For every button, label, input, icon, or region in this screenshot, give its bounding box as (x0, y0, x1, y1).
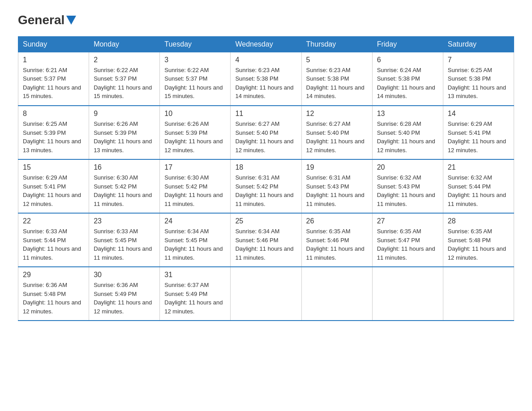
day-info: Sunrise: 6:29 AM Sunset: 5:41 PM Dayligh… (448, 120, 509, 154)
day-info: Sunrise: 6:34 AM Sunset: 5:46 PM Dayligh… (235, 227, 296, 262)
day-number: 13 (377, 110, 438, 118)
day-number: 1 (23, 56, 84, 64)
calendar-cell: 27 Sunrise: 6:35 AM Sunset: 5:47 PM Dayl… (372, 213, 443, 267)
calendar-cell (301, 267, 372, 321)
day-info: Sunrise: 6:37 AM Sunset: 5:49 PM Dayligh… (164, 281, 226, 316)
week-row-2: 8 Sunrise: 6:25 AM Sunset: 5:39 PM Dayli… (18, 106, 514, 159)
day-number: 31 (164, 271, 226, 279)
calendar-cell: 10 Sunrise: 6:26 AM Sunset: 5:39 PM Dayl… (160, 106, 231, 159)
day-info: Sunrise: 6:30 AM Sunset: 5:42 PM Dayligh… (94, 173, 155, 208)
weekday-header-tuesday: Tuesday (160, 36, 231, 52)
day-number: 19 (306, 163, 368, 171)
calendar-cell: 30 Sunrise: 6:36 AM Sunset: 5:49 PM Dayl… (89, 267, 160, 321)
logo-line1: General (18, 13, 76, 27)
calendar-cell: 20 Sunrise: 6:32 AM Sunset: 5:43 PM Dayl… (372, 159, 443, 213)
day-number: 11 (235, 110, 296, 118)
day-info: Sunrise: 6:25 AM Sunset: 5:39 PM Dayligh… (23, 120, 84, 154)
day-number: 24 (164, 217, 226, 225)
day-number: 3 (164, 56, 226, 64)
weekday-header-wednesday: Wednesday (231, 36, 301, 52)
day-number: 25 (235, 217, 296, 225)
day-info: Sunrise: 6:23 AM Sunset: 5:38 PM Dayligh… (235, 66, 296, 101)
calendar-cell: 19 Sunrise: 6:31 AM Sunset: 5:43 PM Dayl… (301, 159, 372, 213)
day-info: Sunrise: 6:24 AM Sunset: 5:38 PM Dayligh… (377, 66, 438, 101)
day-info: Sunrise: 6:36 AM Sunset: 5:49 PM Dayligh… (94, 281, 155, 316)
day-number: 17 (164, 163, 226, 171)
calendar-cell: 16 Sunrise: 6:30 AM Sunset: 5:42 PM Dayl… (89, 159, 160, 213)
svg-marker-0 (66, 16, 76, 25)
calendar-cell: 24 Sunrise: 6:34 AM Sunset: 5:45 PM Dayl… (160, 213, 231, 267)
weekday-header-friday: Friday (372, 36, 443, 52)
day-number: 12 (306, 110, 368, 118)
day-info: Sunrise: 6:29 AM Sunset: 5:41 PM Dayligh… (23, 173, 84, 208)
week-row-5: 29 Sunrise: 6:36 AM Sunset: 5:48 PM Dayl… (18, 267, 514, 321)
calendar-cell: 13 Sunrise: 6:28 AM Sunset: 5:40 PM Dayl… (372, 106, 443, 159)
calendar-cell: 28 Sunrise: 6:35 AM Sunset: 5:48 PM Dayl… (443, 213, 514, 267)
calendar-cell (231, 267, 301, 321)
day-info: Sunrise: 6:22 AM Sunset: 5:37 PM Dayligh… (164, 66, 226, 101)
calendar-table: SundayMondayTuesdayWednesdayThursdayFrid… (18, 36, 514, 321)
day-info: Sunrise: 6:26 AM Sunset: 5:39 PM Dayligh… (164, 120, 226, 154)
calendar-cell: 31 Sunrise: 6:37 AM Sunset: 5:49 PM Dayl… (160, 267, 231, 321)
week-row-4: 22 Sunrise: 6:33 AM Sunset: 5:44 PM Dayl… (18, 213, 514, 267)
day-number: 7 (448, 56, 509, 64)
day-info: Sunrise: 6:32 AM Sunset: 5:44 PM Dayligh… (448, 173, 509, 208)
calendar-cell (372, 267, 443, 321)
calendar-cell: 14 Sunrise: 6:29 AM Sunset: 5:41 PM Dayl… (443, 106, 514, 159)
day-number: 28 (448, 217, 509, 225)
calendar-cell: 18 Sunrise: 6:31 AM Sunset: 5:42 PM Dayl… (231, 159, 301, 213)
calendar-cell: 25 Sunrise: 6:34 AM Sunset: 5:46 PM Dayl… (231, 213, 301, 267)
day-number: 21 (448, 163, 509, 171)
day-number: 9 (94, 110, 155, 118)
day-info: Sunrise: 6:23 AM Sunset: 5:38 PM Dayligh… (306, 66, 368, 101)
calendar-cell: 5 Sunrise: 6:23 AM Sunset: 5:38 PM Dayli… (301, 52, 372, 106)
day-info: Sunrise: 6:33 AM Sunset: 5:45 PM Dayligh… (94, 227, 155, 262)
calendar-cell: 3 Sunrise: 6:22 AM Sunset: 5:37 PM Dayli… (160, 52, 231, 106)
day-info: Sunrise: 6:34 AM Sunset: 5:45 PM Dayligh… (164, 227, 226, 262)
calendar-cell: 6 Sunrise: 6:24 AM Sunset: 5:38 PM Dayli… (372, 52, 443, 106)
day-info: Sunrise: 6:27 AM Sunset: 5:40 PM Dayligh… (235, 120, 296, 154)
weekday-header-thursday: Thursday (301, 36, 372, 52)
day-info: Sunrise: 6:22 AM Sunset: 5:37 PM Dayligh… (94, 66, 155, 101)
calendar-cell: 21 Sunrise: 6:32 AM Sunset: 5:44 PM Dayl… (443, 159, 514, 213)
calendar-cell: 23 Sunrise: 6:33 AM Sunset: 5:45 PM Dayl… (89, 213, 160, 267)
day-info: Sunrise: 6:31 AM Sunset: 5:42 PM Dayligh… (235, 173, 296, 208)
day-number: 29 (23, 271, 84, 279)
calendar-cell: 1 Sunrise: 6:21 AM Sunset: 5:37 PM Dayli… (18, 52, 89, 106)
day-number: 6 (377, 56, 438, 64)
calendar-cell (443, 267, 514, 321)
calendar-cell: 15 Sunrise: 6:29 AM Sunset: 5:41 PM Dayl… (18, 159, 89, 213)
calendar-cell: 7 Sunrise: 6:25 AM Sunset: 5:38 PM Dayli… (443, 52, 514, 106)
day-info: Sunrise: 6:30 AM Sunset: 5:42 PM Dayligh… (164, 173, 226, 208)
weekday-header-monday: Monday (89, 36, 160, 52)
logo: General (18, 13, 76, 27)
week-row-1: 1 Sunrise: 6:21 AM Sunset: 5:37 PM Dayli… (18, 52, 514, 106)
day-info: Sunrise: 6:25 AM Sunset: 5:38 PM Dayligh… (448, 66, 509, 101)
day-number: 18 (235, 163, 296, 171)
day-number: 30 (94, 271, 155, 279)
day-info: Sunrise: 6:36 AM Sunset: 5:48 PM Dayligh… (23, 281, 84, 316)
day-number: 27 (377, 217, 438, 225)
day-number: 10 (164, 110, 226, 118)
day-info: Sunrise: 6:28 AM Sunset: 5:40 PM Dayligh… (377, 120, 438, 154)
calendar-cell: 17 Sunrise: 6:30 AM Sunset: 5:42 PM Dayl… (160, 159, 231, 213)
day-number: 26 (306, 217, 368, 225)
day-number: 5 (306, 56, 368, 64)
day-info: Sunrise: 6:26 AM Sunset: 5:39 PM Dayligh… (94, 120, 155, 154)
calendar-cell: 26 Sunrise: 6:35 AM Sunset: 5:46 PM Dayl… (301, 213, 372, 267)
day-info: Sunrise: 6:21 AM Sunset: 5:37 PM Dayligh… (23, 66, 84, 101)
day-number: 8 (23, 110, 84, 118)
calendar-cell: 11 Sunrise: 6:27 AM Sunset: 5:40 PM Dayl… (231, 106, 301, 159)
calendar-cell: 9 Sunrise: 6:26 AM Sunset: 5:39 PM Dayli… (89, 106, 160, 159)
day-number: 15 (23, 163, 84, 171)
day-number: 2 (94, 56, 155, 64)
day-number: 23 (94, 217, 155, 225)
calendar-cell: 29 Sunrise: 6:36 AM Sunset: 5:48 PM Dayl… (18, 267, 89, 321)
calendar-cell: 22 Sunrise: 6:33 AM Sunset: 5:44 PM Dayl… (18, 213, 89, 267)
day-info: Sunrise: 6:32 AM Sunset: 5:43 PM Dayligh… (377, 173, 438, 208)
day-info: Sunrise: 6:35 AM Sunset: 5:47 PM Dayligh… (377, 227, 438, 262)
day-info: Sunrise: 6:31 AM Sunset: 5:43 PM Dayligh… (306, 173, 368, 208)
day-number: 14 (448, 110, 509, 118)
day-number: 4 (235, 56, 296, 64)
day-number: 22 (23, 217, 84, 225)
